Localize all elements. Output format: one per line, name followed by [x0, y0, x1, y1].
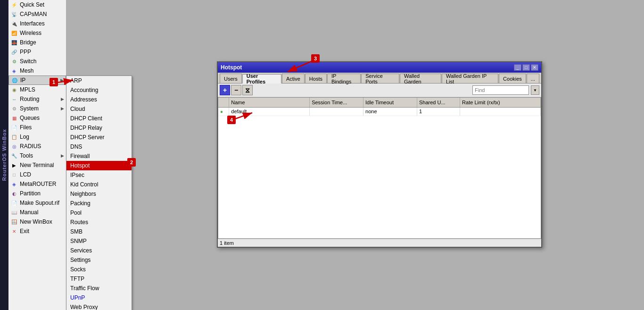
sidebar-item-label: New Terminal — [20, 162, 54, 168]
submenu-item-services[interactable]: Services — [66, 246, 132, 255]
table-col-name[interactable]: Name — [229, 98, 310, 107]
submenu-arrow-icon: ▶ — [61, 97, 64, 101]
submenu-item-traffic-flow[interactable]: Traffic Flow — [66, 284, 132, 293]
sidebar-icon: ⚡ — [10, 1, 18, 8]
sidebar-item-lcd[interactable]: □ LCD — [8, 170, 66, 179]
submenu-item-cloud[interactable]: Cloud — [66, 104, 132, 114]
table-row[interactable]: ●defaultnone1 — [218, 107, 541, 116]
sidebar-item-routing[interactable]: ↔ Routing ▶ — [8, 94, 66, 104]
sidebar-item-system[interactable]: ⚙ System ▶ — [8, 104, 66, 113]
sidebar-item-label: Files — [20, 124, 32, 131]
sidebar-icon: ⚙ — [10, 105, 18, 112]
sidebar-item-exit[interactable]: ✕ Exit — [8, 226, 66, 236]
sidebar-item-interfaces[interactable]: 🔌 Interfaces — [8, 19, 66, 28]
sidebar-item-quick-set[interactable]: ⚡ Quick Set — [8, 0, 66, 9]
submenu-item-settings[interactable]: Settings — [66, 255, 132, 265]
window-titlebar[interactable]: Hotspot _ □ ✕ — [218, 62, 541, 73]
sidebar: RouterOS WinBox ⚡ Quick Set 📡 CAPsMAN 🔌 … — [0, 0, 66, 310]
sidebar-item-mesh[interactable]: ◈ Mesh — [8, 66, 66, 75]
sidebar-item-ppp[interactable]: 🔗 PPP — [8, 47, 66, 57]
submenu-item-upnp[interactable]: UPnP — [66, 293, 132, 302]
sidebar-item-new-winbox[interactable]: 🪟 New WinBox — [8, 217, 66, 226]
sidebar-item-bridge[interactable]: 🌉 Bridge — [8, 38, 66, 47]
submenu-item-snmp[interactable]: SNMP — [66, 236, 132, 246]
tab-service-ports[interactable]: Service Ports — [361, 74, 399, 83]
app-label: RouterOS WinBox — [0, 0, 8, 310]
sidebar-item-partition[interactable]: ◐ Partition — [8, 189, 66, 198]
find-dropdown[interactable]: ▼ — [531, 85, 539, 95]
sidebar-item-tools[interactable]: 🔧 Tools ▶ — [8, 151, 66, 160]
sidebar-icon: ⚙ — [10, 58, 18, 65]
remove-button[interactable]: − — [231, 85, 241, 95]
submenu-arrow-icon: ▶ — [61, 153, 64, 158]
minimize-button[interactable]: _ — [514, 64, 521, 71]
add-button[interactable]: + — [220, 85, 230, 95]
submenu-item-routes[interactable]: Routes — [66, 218, 132, 227]
submenu-item-packing[interactable]: Packing — [66, 199, 132, 208]
tab-...[interactable]: ... — [527, 74, 539, 83]
sidebar-icon: 📶 — [10, 29, 18, 37]
tab-ip-bindings[interactable]: IP Bindings — [327, 74, 361, 83]
sidebar-icon: ✕ — [10, 227, 18, 235]
maximize-button[interactable]: □ — [522, 64, 530, 71]
tab-users[interactable]: Users — [220, 74, 242, 83]
close-button[interactable]: ✕ — [531, 64, 538, 71]
filter-button[interactable]: ⧖ — [242, 85, 253, 95]
tab-hosts[interactable]: Hosts — [305, 74, 327, 83]
data-table: NameSession Time...Idle TimeoutShared U.… — [218, 98, 541, 116]
submenu-item-ipsec[interactable]: IPsec — [66, 170, 132, 180]
sidebar-item-label: Routing — [20, 96, 39, 102]
table-col-sharedu...[interactable]: Shared U... — [417, 98, 460, 107]
submenu-item-neighbors[interactable]: Neighbors — [66, 189, 132, 199]
tab-active[interactable]: Active — [282, 74, 305, 83]
sidebar-item-capsman[interactable]: 📡 CAPsMAN — [8, 9, 66, 19]
tab-walled-garden[interactable]: Walled Garden — [400, 74, 441, 83]
sidebar-item-mpls[interactable]: ◉ MPLS — [8, 85, 66, 94]
sidebar-item-files[interactable]: 📄 Files — [8, 123, 66, 132]
sidebar-icon: 🪟 — [10, 218, 18, 226]
row-idle-timeout: none — [363, 107, 417, 116]
sidebar-item-log[interactable]: 📋 Log — [8, 132, 66, 142]
tab-cookies[interactable]: Cookies — [499, 74, 526, 83]
submenu-item-kid-control[interactable]: Kid Control — [66, 180, 132, 189]
submenu-item-dhcp-server[interactable]: DHCP Server — [66, 133, 132, 142]
sidebar-icon: ↔ — [10, 95, 18, 103]
submenu-item-smb[interactable]: SMB — [66, 227, 132, 236]
submenu-item-pool[interactable]: Pool — [66, 208, 132, 218]
submenu-item-arp[interactable]: ARP — [66, 76, 132, 85]
sidebar-item-label: CAPsMAN — [20, 11, 47, 17]
table-col-ratelimit(rx/tx)[interactable]: Rate Limit (rx/tx) — [460, 98, 541, 107]
row-session-time — [310, 107, 363, 116]
row-indicator: ● — [218, 107, 229, 116]
submenu-item-dhcp-relay[interactable]: DHCP Relay — [66, 123, 132, 133]
sidebar-item-wireless[interactable]: 📶 Wireless — [8, 28, 66, 38]
sidebar-item-switch[interactable]: ⚙ Switch — [8, 57, 66, 66]
sidebar-icon: 🌐 — [11, 76, 18, 84]
submenu-item-dns[interactable]: DNS — [66, 142, 132, 151]
sidebar-item-label: IP — [20, 77, 25, 84]
table-col-idletimeout[interactable]: Idle Timeout — [363, 98, 417, 107]
submenu-item-addresses[interactable]: Addresses — [66, 95, 132, 104]
sidebar-item-new-terminal[interactable]: ▶ New Terminal — [8, 160, 66, 170]
submenu-item-tftp[interactable]: TFTP — [66, 274, 132, 284]
submenu-item-accounting[interactable]: Accounting — [66, 85, 132, 95]
find-input[interactable] — [472, 85, 529, 95]
sidebar-item-label: Manual — [20, 209, 38, 216]
table-col-sessiontime...[interactable]: Session Time... — [310, 98, 363, 107]
sidebar-item-label: MPLS — [20, 86, 35, 93]
sidebar-item-manual[interactable]: 📖 Manual — [8, 208, 66, 217]
submenu-item-hotspot[interactable]: Hotspot — [66, 161, 132, 170]
tab-user-profiles[interactable]: User Profiles — [242, 74, 281, 84]
submenu-item-socks[interactable]: Socks — [66, 265, 132, 274]
submenu-item-web-proxy[interactable]: Web Proxy — [66, 302, 132, 310]
submenu-item-dhcp-client[interactable]: DHCP Client — [66, 114, 132, 123]
table-container: NameSession Time...Idle TimeoutShared U.… — [218, 97, 541, 239]
sidebar-item-queues[interactable]: ▦ Queues — [8, 113, 66, 123]
sidebar-item-radius[interactable]: ◎ RADIUS — [8, 142, 66, 151]
sidebar-icon: ◈ — [10, 180, 18, 188]
submenu-item-firewall[interactable]: Firewall — [66, 151, 132, 161]
tab-walled-garden-ip-list[interactable]: Walled Garden IP List — [442, 74, 498, 83]
sidebar-item-make-supout.rif[interactable]: 📄 Make Supout.rif — [8, 198, 66, 208]
sidebar-icon: 📋 — [10, 133, 18, 141]
sidebar-item-metarouter[interactable]: ◈ MetaROUTER — [8, 179, 66, 189]
